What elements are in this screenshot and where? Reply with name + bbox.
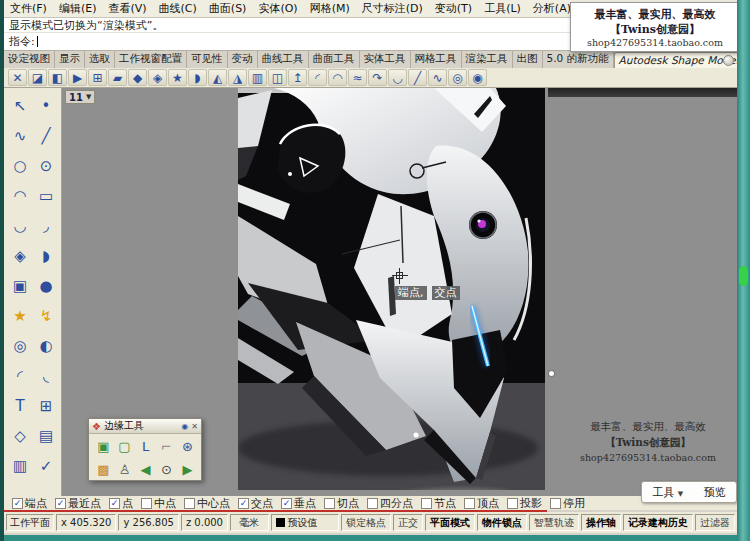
pull-icon[interactable]: ▶ (68, 69, 87, 86)
display-eye-icon[interactable]: ◉ (468, 69, 487, 86)
merge-edge-icon[interactable]: ⌐ (156, 435, 177, 458)
fillet-surface-icon[interactable]: ◜ (308, 69, 327, 86)
palette-options-icon[interactable]: ◉ (181, 422, 188, 431)
status-toggle[interactable]: 锁定格点 (341, 514, 391, 531)
previous-icon[interactable]: ◀ (135, 458, 156, 481)
osnap-option[interactable]: ✓垂点 (281, 496, 316, 510)
units-button[interactable]: 毫米 (230, 514, 269, 531)
osnap-option[interactable]: ✓点 (109, 496, 133, 510)
explode-icon[interactable]: ★ (7, 301, 33, 331)
extrude-icon[interactable]: ◫ (268, 69, 287, 86)
star-surface-icon[interactable]: ★ (168, 69, 187, 86)
save-icon[interactable]: ▤ (33, 421, 59, 451)
osnap-option[interactable]: ✓端点 (12, 496, 47, 510)
box-display-icon[interactable]: ▩ (93, 458, 114, 481)
osnap-option[interactable]: 顶点 (464, 496, 499, 510)
block-icon[interactable]: ◇ (7, 421, 33, 451)
polyline-icon[interactable]: ╱ (33, 121, 59, 151)
offset-surface-icon[interactable]: ↥ (288, 69, 307, 86)
text-icon[interactable]: T (7, 391, 33, 421)
tab[interactable]: 曲线工具 (258, 51, 309, 68)
osnap-option[interactable]: ✓交点 (238, 496, 273, 510)
tab[interactable]: 出图 (513, 51, 543, 68)
checkbox[interactable]: ✓ (55, 498, 66, 509)
array-icon[interactable]: ⊞ (33, 391, 59, 421)
status-toggle[interactable]: 平面模式 (425, 514, 475, 531)
cplane-button[interactable]: 工作平面 (6, 514, 54, 531)
menu-item[interactable]: 曲线(C) (153, 1, 203, 16)
freeform-curve-icon[interactable]: ◡ (7, 211, 33, 241)
checkbox[interactable] (141, 498, 152, 509)
check-icon[interactable]: ✓ (33, 451, 59, 481)
revolve-icon[interactable]: ↷ (368, 69, 387, 86)
tab[interactable]: 实体工具 (360, 51, 411, 68)
patch-surface-icon[interactable]: ◈ (7, 241, 33, 271)
curve-icon[interactable]: ∿ (428, 69, 447, 86)
osnap-option[interactable]: 中心点 (184, 496, 230, 510)
status-toggle[interactable]: 物件锁点 (477, 514, 527, 531)
show-edges-icon[interactable]: ▣ (93, 435, 114, 458)
osnap-option[interactable]: 切点 (324, 496, 359, 510)
status-toggle[interactable]: 过滤器 (695, 514, 735, 531)
checkbox[interactable]: ✓ (12, 498, 23, 509)
tab[interactable]: 显示 (55, 51, 85, 68)
circle-icon[interactable]: ○ (7, 151, 33, 181)
checkbox[interactable] (367, 498, 378, 509)
tab[interactable]: 设定视图 (4, 51, 55, 68)
dark-plane-icon[interactable]: ▰ (108, 69, 127, 86)
palette-titlebar[interactable]: ❖ 边缘工具 ◉ ✕ (89, 419, 201, 434)
pointer-icon[interactable]: ↖ (7, 91, 33, 121)
plane-icon[interactable]: ◪ (28, 69, 47, 86)
tab[interactable]: 曲面工具 (309, 51, 360, 68)
match-surface-icon[interactable]: ≈ (348, 69, 367, 86)
status-toggle[interactable]: 记录建构历史 (623, 514, 693, 531)
viewport-title-tab[interactable]: 11 ▼ (65, 90, 95, 104)
checkbox[interactable]: ✓ (281, 498, 292, 509)
tab[interactable]: Autodesk Shape Modeli» (614, 52, 737, 68)
tab[interactable]: 可见性 (187, 51, 228, 68)
osnap-option[interactable]: 四分点 (367, 496, 413, 510)
fillet-edge-icon[interactable]: ◜ (7, 361, 33, 391)
clip-plane-icon[interactable]: ◧ (48, 69, 67, 86)
tab[interactable]: 渲染工具 (462, 51, 513, 68)
menu-item[interactable]: 网格(M) (304, 1, 356, 16)
trim-icon[interactable]: ✕ (8, 69, 27, 86)
tab-scroll-button[interactable] (723, 55, 734, 66)
checkbox[interactable] (550, 498, 561, 509)
boolean-union-icon[interactable]: ◐ (33, 331, 59, 361)
menu-item[interactable]: 编辑(E) (53, 1, 103, 16)
menu-item[interactable]: 尺寸标注(D) (356, 1, 429, 16)
checkbox[interactable] (464, 498, 475, 509)
pipe-icon[interactable]: ◎ (7, 331, 33, 361)
corner-curve-icon[interactable]: ◞ (33, 211, 59, 241)
checkbox[interactable] (184, 498, 195, 509)
crescent-surface-icon[interactable]: ◗ (33, 241, 59, 271)
ellipse-icon[interactable]: ⊙ (33, 151, 59, 181)
menu-item[interactable]: 变动(T) (429, 1, 478, 16)
tab[interactable]: 变动 (228, 51, 258, 68)
menu-item[interactable]: 曲面(S) (203, 1, 253, 16)
osnap-option[interactable]: 停用 (550, 496, 585, 510)
tab[interactable]: 工作视窗配置 (115, 51, 187, 68)
circle-tangent-icon[interactable]: ◎ (448, 69, 467, 86)
sphere-icon[interactable]: ● (33, 271, 59, 301)
next-icon[interactable]: ▶ (177, 458, 198, 481)
menu-item[interactable]: 查看(V) (102, 1, 152, 16)
viewport[interactable]: 11 ▼ 最丰富、最实用、最高效 【Twins创意园】 shop42769531… (62, 88, 737, 496)
close-icon[interactable]: ✕ (191, 422, 198, 431)
rebuild-edges-gear-icon[interactable]: ⊛ (177, 435, 198, 458)
box-icon[interactable]: ▣ (7, 271, 33, 301)
osnap-option[interactable]: 投影 (507, 496, 542, 510)
tab[interactable]: 网格工具 (411, 51, 462, 68)
tools-dropdown-button[interactable]: 工具 ▼ (652, 485, 683, 500)
menu-item[interactable]: 文件(F) (4, 1, 53, 16)
join-edge-icon[interactable]: L (135, 435, 156, 458)
menu-item[interactable]: 工具(L) (478, 1, 527, 16)
patch-icon[interactable]: ◈ (148, 69, 167, 86)
chamfer-edge-icon[interactable]: ◟ (33, 361, 59, 391)
osnap-option[interactable]: 节点 (421, 496, 456, 510)
rectangle-icon[interactable]: ▭ (33, 181, 59, 211)
preview-button[interactable]: 预览 (704, 485, 726, 500)
control-curve-icon[interactable]: ∿ (7, 121, 33, 151)
checkbox[interactable] (507, 498, 518, 509)
